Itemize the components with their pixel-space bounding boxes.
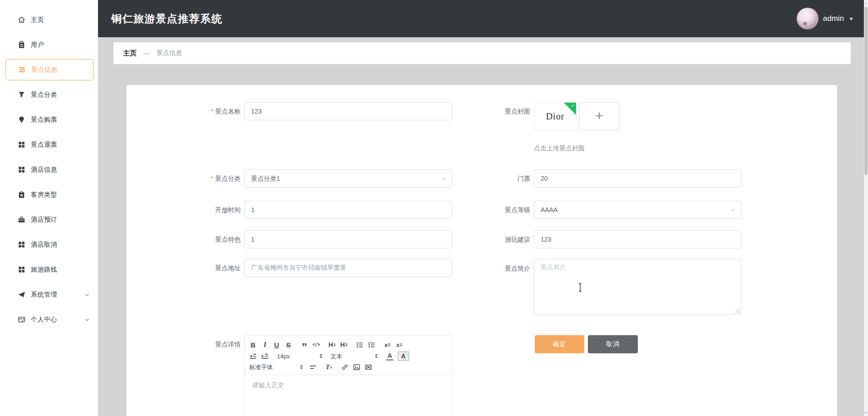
sidebar-item-users[interactable]: 用户 — [0, 32, 98, 57]
sidebar-item-label: 用户 — [31, 41, 44, 49]
indent-icon[interactable] — [261, 351, 269, 361]
editor-content-area[interactable]: 请输入正文 — [244, 375, 452, 416]
italic-icon[interactable]: I — [261, 340, 269, 350]
breadcrumb-home-link[interactable]: 主页 — [123, 49, 137, 58]
sidebar-item-label: 酒店信息 — [31, 166, 57, 174]
text-color-icon[interactable]: A — [386, 352, 394, 361]
sidebar-item-label: 景点分类 — [31, 91, 57, 99]
code-icon[interactable]: </> — [312, 340, 320, 350]
chevron-down-icon — [84, 292, 90, 297]
sidebar-item-label: 系统管理 — [31, 291, 57, 299]
scenic-grade-label: 景点等级 — [402, 201, 530, 219]
subscript-icon[interactable]: x2 — [384, 340, 391, 350]
superscript-icon[interactable]: x2 — [395, 340, 403, 350]
outdent-icon[interactable] — [249, 351, 257, 361]
app-window: 主页用户景点信息景点分类景点购票景点退票酒店信息客房类型酒店预订酒店取消旅游路线… — [0, 0, 868, 416]
home-icon — [17, 15, 26, 25]
ordered-list-icon[interactable] — [356, 340, 364, 350]
sidebar-item-room-type[interactable]: 客房类型 — [0, 182, 98, 207]
sidebar-item-label: 旅游路线 — [31, 266, 57, 274]
scenic-grade-select[interactable]: AAAA — [534, 201, 741, 219]
editor-placeholder: 请输入正文 — [252, 381, 283, 389]
sidebar-item-scenic-category[interactable]: 景点分类 — [0, 82, 98, 107]
highlight-icon[interactable]: A — [398, 352, 409, 361]
scenic-name-label: 景点名称 — [126, 102, 241, 120]
scenic-intro-textarea-box — [534, 259, 741, 315]
user-name: admin — [823, 14, 844, 23]
scroll-down-icon[interactable]: ▼ — [864, 410, 868, 416]
stepper-icon — [300, 365, 303, 369]
font-family-select[interactable]: 标准字体 — [249, 362, 303, 372]
breadcrumb: 主页 — 景点信息 — [113, 42, 851, 64]
sidebar-item-hotel-booking[interactable]: 酒店预订 — [0, 207, 98, 232]
scrollbar-thumb[interactable] — [864, 7, 868, 175]
editor-toolbar-row2: 14px文本AA — [249, 351, 447, 362]
sidebar-item-scenic-info[interactable]: 景点信息 — [5, 59, 94, 80]
bold-icon[interactable]: B — [249, 340, 257, 350]
header-2-icon[interactable]: H2 — [340, 340, 348, 350]
ticket-price-input-box — [534, 169, 741, 188]
underline-icon[interactable]: U — [273, 340, 281, 350]
clipboard-x-icon — [17, 190, 26, 199]
sidebar-item-hotel-cancel[interactable]: 酒店取消 — [0, 232, 98, 257]
scenic-feature-label: 景点特色 — [126, 230, 241, 248]
funnel-icon — [17, 90, 26, 99]
sidebar-nav: 主页用户景点信息景点分类景点购票景点退票酒店信息客房类型酒店预订酒店取消旅游路线… — [0, 0, 98, 332]
cover-image-text: Dior — [546, 111, 565, 122]
ticket-price-input[interactable] — [534, 170, 741, 187]
link-icon[interactable] — [341, 362, 349, 372]
play-suggestion-label: 游玩建议 — [402, 230, 530, 248]
form-card: 景点名称 景点封面 Dior 点击上传景点封面 景点分类 — [126, 85, 837, 416]
list-icon — [17, 65, 26, 74]
strike-icon[interactable]: S — [285, 340, 292, 350]
cover-thumbnail[interactable]: Dior — [534, 102, 577, 130]
cancel-button[interactable]: 取消 — [588, 335, 638, 353]
video-icon[interactable] — [365, 362, 372, 372]
play-suggestion-input[interactable] — [534, 231, 741, 248]
blockquote-icon[interactable]: ” — [301, 337, 308, 352]
image-icon[interactable] — [353, 362, 360, 372]
scroll-up-icon[interactable]: ▲ — [864, 0, 868, 6]
briefcase-icon — [17, 215, 26, 224]
sidebar-item-label: 个人中心 — [31, 316, 57, 324]
cover-upload-button[interactable] — [579, 102, 620, 130]
sidebar-item-travel-route[interactable]: 旅游路线 — [0, 257, 98, 282]
play-suggestion-input-box — [534, 230, 741, 248]
avatar — [797, 8, 819, 30]
user-menu[interactable]: admin ▼ — [797, 8, 853, 30]
textarea-resize-handle[interactable] — [735, 309, 740, 313]
sidebar-item-scenic-refund[interactable]: 景点退票 — [0, 132, 98, 157]
breadcrumb-separator: — — [143, 50, 150, 57]
align-icon[interactable] — [309, 362, 317, 372]
sidebar-item-label: 景点退票 — [31, 141, 57, 149]
confirm-button[interactable]: 确定 — [535, 335, 584, 353]
sidebar-item-personal-center[interactable]: 个人中心 — [0, 307, 98, 332]
scenic-cover-label: 景点封面 — [402, 102, 530, 120]
scenic-intro-label: 景点简介 — [402, 259, 530, 273]
ticket-price-label: 门票 — [402, 169, 530, 188]
header-1-icon[interactable]: H1 — [328, 340, 336, 350]
scenic-intro-textarea[interactable] — [534, 259, 741, 314]
font-size-select[interactable]: 14px — [277, 351, 322, 361]
send-icon — [17, 290, 26, 299]
required-marker — [211, 108, 215, 115]
sidebar-item-hotel-info[interactable]: 酒店信息 — [0, 157, 98, 182]
scrollbar[interactable]: ▲ ▼ — [864, 0, 868, 416]
sidebar-item-scenic-ticket[interactable]: 景点购票 — [0, 107, 98, 132]
grid-icon — [17, 165, 26, 174]
format-select[interactable]: 文本 — [330, 351, 378, 361]
bullet-list-icon[interactable] — [368, 340, 375, 350]
content-area: 主页 — 景点信息 景点名称 景点封面 Dior — [98, 37, 864, 416]
plus-icon — [595, 109, 603, 123]
clear-format-icon[interactable]: Tx — [325, 362, 333, 372]
required-marker — [211, 175, 215, 182]
sidebar-item-system-manage[interactable]: 系统管理 — [0, 282, 98, 307]
page-title: 铜仁旅游景点推荐系统 — [111, 12, 222, 26]
chevron-down-icon — [84, 317, 90, 322]
sidebar-item-label: 酒店取消 — [31, 241, 57, 249]
check-icon — [571, 103, 575, 108]
breadcrumb-current: 景点信息 — [157, 49, 182, 57]
sidebar-item-label: 景点购票 — [31, 116, 57, 124]
sidebar-item-home[interactable]: 主页 — [0, 7, 98, 32]
sidebar-item-label: 景点信息 — [31, 66, 58, 74]
